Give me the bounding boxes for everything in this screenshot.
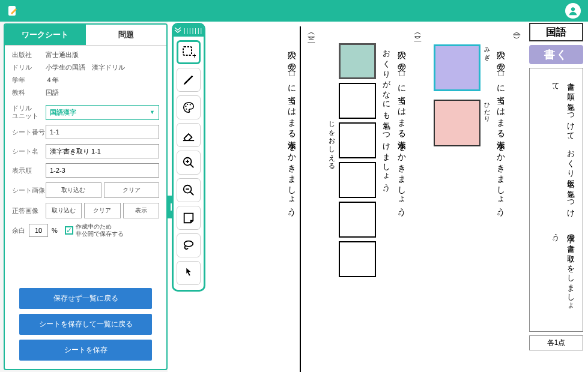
svg-text:+: + [192,52,196,59]
margin-label: 余白 [12,226,25,235]
save-and-back-button[interactable]: シートを保存して一覧に戻る [19,314,152,335]
drill-value: 小学生の国語 漢字ドリル [46,63,159,72]
color-swatch-purple[interactable] [434,44,480,91]
tool-pencil[interactable] [177,68,201,92]
sheet-no-input[interactable] [46,125,159,139]
problem-2-text: 次の文の□に当てはまる漢字をかきましょう。 [396,26,407,372]
tool-palette-color[interactable] [177,95,201,119]
problem-2-number: （二） [412,30,423,32]
svg-point-9 [186,109,187,110]
sheet-image-clear-button[interactable]: クリア [104,182,160,198]
sheet-name-input[interactable] [46,144,159,158]
svg-point-7 [187,104,188,105]
sheet-image-label: シート画像 [12,187,46,194]
svg-point-6 [185,106,186,107]
grade-label: 学年 [12,76,46,85]
tool-eraser[interactable] [177,123,201,147]
margin-unit: % [52,227,58,234]
drill-unit-value: 国語漢字 [50,108,76,117]
tool-lasso[interactable] [177,233,201,257]
answer-image-label: 正答画像 [12,207,46,215]
instruction-line2: 漢字の書き取りをしましょう。 [535,228,578,323]
answer-box-1[interactable] [339,43,376,79]
tool-palette: ||||||| + [172,23,205,292]
color-swatch-pink[interactable] [434,100,480,146]
drill-unit-select[interactable]: 国語漢字 ▼ [46,105,159,120]
tool-zoom-out[interactable] [177,178,201,202]
sheet-no-label: シート番号 [12,128,46,136]
instruction-box: 書き順に気をつけて、おくり仮名に気をつけて、 漢字の書き取りをしましょう。 [529,68,583,332]
grade-value: ４年 [46,76,159,85]
private-save-checkbox[interactable]: ✓ [65,226,73,235]
svg-line-12 [190,164,194,168]
problem-2-hint: じをおしえる [327,26,336,372]
subject-label: 教科 [12,88,46,97]
sidebar: ワークシート 問題 出版社富士通出版 ドリル小学生の国語 漢字ドリル 学年４年 … [4,23,168,370]
problem-1-text: 次の文の□に当てはまる漢字をかきましょう。 [496,26,506,372]
svg-point-1 [571,7,575,11]
save-sheet-button[interactable]: シートを保存 [19,340,152,361]
svg-line-16 [190,192,194,196]
tool-add-box[interactable]: + [177,40,201,64]
sheet-image-import-button[interactable]: 取り込む [46,182,102,198]
problem-3-number: （三） [306,30,317,32]
problem-2-text2: おくりがなにも気をつけましょう。 [381,26,392,372]
svg-rect-4 [183,47,192,55]
disp-order-input[interactable] [46,163,159,178]
disp-order-label: 表示順 [12,167,46,175]
answer-box-2[interactable] [339,83,376,119]
tool-note[interactable] [177,206,201,230]
tab-questions[interactable]: 問題 [86,25,167,45]
swatch-label-right: みぎ [482,43,491,91]
write-mode-button[interactable]: 書く [529,45,583,64]
chevron-down-icon: ▼ [150,109,155,115]
instruction-line1: 書き順に気をつけて、おくり仮名に気をつけて、 [535,77,578,228]
answer-image-import-button[interactable]: 取り込む [46,203,82,218]
answer-box-3[interactable] [339,122,376,158]
drill-label: ドリル [12,63,46,72]
user-avatar-icon[interactable] [565,3,581,19]
answer-box-5[interactable] [339,202,376,238]
problem-3-text: 次の文の□に当てはまる漢字をかきましょう。 [288,26,301,372]
answer-box-6[interactable] [339,241,376,277]
app-logo-icon [7,5,19,17]
tool-pointer[interactable] [177,261,201,285]
tab-worksheet[interactable]: ワークシート [5,25,86,45]
answer-image-clear-button[interactable]: クリア [84,203,120,218]
top-bar [0,0,588,22]
svg-point-8 [190,104,191,105]
subject-title: 国語 [529,23,583,41]
margin-input[interactable] [29,224,48,237]
score-label: 各1点 [529,335,583,350]
sheet-name-label: シート名 [12,148,46,155]
publisher-label: 出版社 [12,50,46,59]
problem-1-number: （一） [511,30,522,32]
tool-zoom-in[interactable] [177,151,201,175]
subject-value: 国語 [46,88,159,97]
swatch-label-left: ひだり [482,98,491,146]
answer-image-show-button[interactable]: 表示 [123,203,159,218]
canvas-area: ||||||| + 国語 書く 書き順に気をつけて、おくり仮名に気をつけて、 漢… [168,22,588,372]
chevrons-down-icon [174,26,181,35]
drill-unit-label: ドリル ユニット [12,104,46,120]
publisher-value: 富士通出版 [46,50,159,59]
svg-point-18 [184,241,193,247]
private-save-label: 作成中のため 非公開で保存する [76,223,124,238]
back-without-save-button[interactable]: 保存せず一覧に戻る [19,288,152,309]
answer-box-4[interactable] [339,162,376,198]
palette-drag-handle[interactable]: ||||||| [174,25,204,37]
